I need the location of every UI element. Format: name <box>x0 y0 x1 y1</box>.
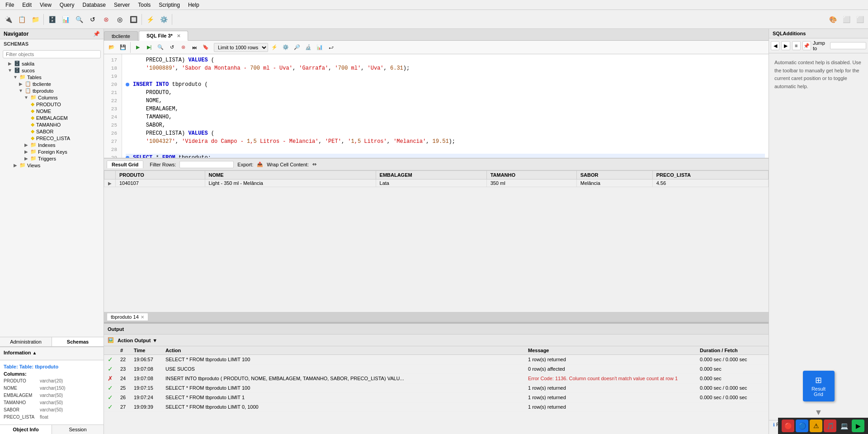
menu-query[interactable]: Query <box>56 1 78 9</box>
tree-views[interactable]: ▶ 📁 Views <box>0 162 104 169</box>
wrap-icon[interactable]: ⇔ <box>312 161 316 167</box>
export-icon[interactable]: 📤 <box>257 161 263 167</box>
tab-close-icon[interactable]: ✕ <box>177 33 180 38</box>
refresh-btn[interactable]: ↺ <box>167 42 177 52</box>
filter-rows-input[interactable] <box>179 161 234 168</box>
action-output-dropdown-icon[interactable]: ▼ <box>152 338 157 343</box>
disconnect-btn[interactable]: 🔲 <box>127 13 140 26</box>
execute-current-btn[interactable]: ▶| <box>144 42 154 52</box>
table-row[interactable]: ▶1040107Light - 350 ml - MelânciaLata350… <box>104 179 769 187</box>
editor-content[interactable]: PRECO_LISTA) VALUES ( '1000889', 'Sabor … <box>122 54 769 158</box>
sql-editor[interactable]: 17181920212223242526272829 PRECO_LISTA) … <box>104 54 769 158</box>
limit-dropdown[interactable]: Limit to 1000 rows Don't Limit Limit to … <box>214 43 268 52</box>
tree-tables[interactable]: ▼ 📁 Tables <box>0 74 104 80</box>
col-header-nome[interactable]: NOME <box>205 171 376 179</box>
stop-btn[interactable]: ⊗ <box>100 13 113 26</box>
menu-view[interactable]: View <box>36 1 55 9</box>
breakpoint-dot[interactable] <box>126 83 129 86</box>
jump-to-input[interactable] <box>830 42 866 49</box>
search-btn[interactable]: 🔍 <box>156 42 165 52</box>
layout-btn[interactable]: ⬜ <box>840 13 853 26</box>
tab-sqlfile3[interactable]: SQL File 3* ✕ <box>139 31 188 41</box>
tab-tbcliente[interactable]: tbcliente <box>104 31 138 41</box>
tree-columns[interactable]: ▼ 📁 Columns <box>0 94 104 101</box>
result-grid-btn[interactable]: ⊞ Result Grid <box>803 371 835 401</box>
inspect-query-btn[interactable]: 🔬 <box>303 42 313 52</box>
create-table-btn[interactable]: 📊 <box>59 13 72 26</box>
execute-all-btn[interactable]: ⚡ <box>269 42 279 52</box>
menu-help[interactable]: Help <box>184 1 203 9</box>
reload-btn[interactable]: ↺ <box>86 13 99 26</box>
nav-forward-btn[interactable]: ▶ <box>781 41 790 50</box>
tab-schemas[interactable]: Schemas <box>52 337 104 346</box>
taskbar-icon-3[interactable]: ⚠ <box>810 420 822 432</box>
tree-triggers[interactable]: ▶ 📁 Triggers <box>0 155 104 162</box>
settings-btn[interactable]: ⚙️ <box>157 13 170 26</box>
col-sabor[interactable]: ◆ SABOR <box>0 128 104 135</box>
output-tab-tbproduto[interactable]: tbproduto 14 ✕ <box>107 313 148 321</box>
taskbar-icon-1[interactable]: 🔴 <box>782 420 794 432</box>
menu-file[interactable]: File <box>2 1 18 9</box>
layout2-btn[interactable]: ⬜ <box>854 13 866 26</box>
col-embalagem[interactable]: ◆ EMBALAGEM <box>0 114 104 121</box>
bookmark-btn[interactable]: 🔖 <box>201 42 211 52</box>
connect-btn[interactable]: ◎ <box>113 13 126 26</box>
tab-session[interactable]: Session <box>52 425 104 434</box>
format-btn[interactable]: ⚙️ <box>281 42 291 52</box>
schema-sucos[interactable]: ▼ 🗄️ sucos <box>0 67 104 74</box>
tree-tbcliente[interactable]: ▶ 📋 tbcliente <box>0 80 104 87</box>
col-header-sabor[interactable]: SABOR <box>576 171 652 179</box>
menu-tools[interactable]: Tools <box>134 1 154 9</box>
tab-administration[interactable]: Administration <box>0 337 52 346</box>
save-file-btn[interactable]: 💾 <box>118 42 128 52</box>
schema-inspect-btn[interactable]: 📊 <box>315 42 325 52</box>
col-header-tamanho[interactable]: TAMANHO <box>486 171 576 179</box>
tab-object-info[interactable]: Object Info <box>0 425 52 434</box>
tab-result-grid[interactable]: Result Grid <box>107 160 143 168</box>
column-info-row: PRODUTOvarchar(20) <box>4 377 100 385</box>
inspect-btn[interactable]: 🔍 <box>73 13 85 26</box>
filter-input[interactable] <box>3 50 101 58</box>
find-in-editor-btn[interactable]: 🔎 <box>292 42 302 52</box>
stop-exec-btn[interactable]: ⊗ <box>178 42 188 52</box>
col-nome[interactable]: ◆ NOME <box>0 108 104 114</box>
menu-scripting[interactable]: Scripting <box>155 1 184 9</box>
nav-back-btn[interactable]: ◀ <box>771 41 779 50</box>
col-info-name: PRODUTO <box>4 377 40 385</box>
scroll-down-icon[interactable]: ▼ <box>815 408 823 417</box>
col-preco-lista[interactable]: ◆ PRECO_LISTA <box>0 135 104 142</box>
icon-img-btn[interactable]: 🖼️ <box>108 337 114 343</box>
pin-icon[interactable]: 📌 <box>93 31 100 37</box>
open-file-btn[interactable]: 📂 <box>107 42 117 52</box>
menu-database[interactable]: Database <box>79 1 109 9</box>
create-schema-btn[interactable]: 🗄️ <box>46 13 58 26</box>
nav-menu-btn[interactable]: ≡ <box>792 41 801 50</box>
menu-edit[interactable]: Edit <box>19 1 35 9</box>
execute-btn[interactable]: ▶ <box>133 42 143 52</box>
continue-btn[interactable]: ⏭ <box>189 42 199 52</box>
col-tamanho[interactable]: ◆ TAMANHO <box>0 121 104 128</box>
taskbar-icon-6[interactable]: ▶ <box>852 420 864 432</box>
performance-btn[interactable]: ⚡ <box>144 13 156 26</box>
tree-indexes[interactable]: ▶ 📁 Indexes <box>0 142 104 148</box>
taskbar-icon-5[interactable]: 💻 <box>838 420 850 432</box>
menu-server[interactable]: Server <box>110 1 133 9</box>
open-sql-btn[interactable]: 📁 <box>29 13 42 26</box>
wordwrap-btn[interactable]: ⮐ <box>326 42 336 52</box>
manage-connections-btn[interactable]: 📋 <box>15 13 28 26</box>
col-produto[interactable]: ◆ PRODUTO <box>0 101 104 108</box>
new-connection-btn[interactable]: 🔌 <box>2 13 14 26</box>
col-header-produto[interactable]: PRODUTO <box>116 171 205 179</box>
theme-btn[interactable]: 🎨 <box>826 13 839 26</box>
schema-sakila[interactable]: ▶ 🗄️ sakila <box>0 60 104 67</box>
taskbar-icon-4[interactable]: 🎵 <box>824 420 836 432</box>
breakpoint-dot[interactable] <box>126 156 129 158</box>
output-tab-close-icon[interactable]: ✕ <box>141 315 144 320</box>
output-col-num: # <box>117 346 130 355</box>
nav-pin-btn[interactable]: 📌 <box>802 41 811 50</box>
tree-tbproduto[interactable]: ▼ 📋 tbproduto <box>0 87 104 94</box>
tree-foreign-keys[interactable]: ▶ 📁 Foreign Keys <box>0 148 104 155</box>
col-header-embalagem[interactable]: EMBALAGEM <box>376 171 486 179</box>
col-header-preco-lista[interactable]: PRECO_LISTA <box>652 171 768 179</box>
taskbar-icon-2[interactable]: 🔵 <box>796 420 808 432</box>
